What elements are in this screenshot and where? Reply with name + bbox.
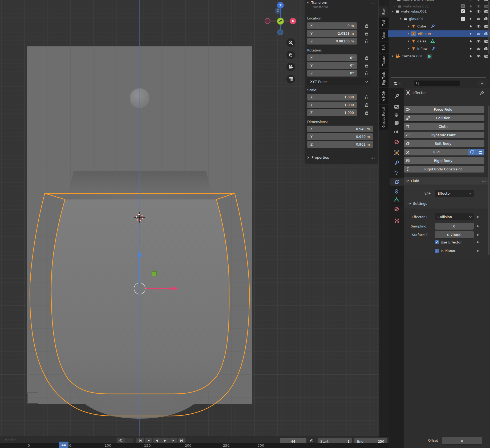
tab-a-mdh[interactable]: A-MDH — [379, 88, 388, 104]
rigid-body-button[interactable]: Rigid Body — [404, 157, 484, 164]
collection-checkbox[interactable]: ✓ — [459, 9, 467, 13]
jump-to-end-button[interactable] — [178, 438, 185, 443]
location-x-field[interactable]: X0 m — [307, 22, 357, 29]
tab-physics[interactable] — [390, 178, 404, 186]
lock-icon[interactable] — [362, 70, 370, 77]
rotation-z-field[interactable]: Z0° — [307, 70, 357, 77]
location-y-field[interactable]: Y-2.0838 m — [307, 30, 357, 37]
rotation-mode-dropdown[interactable]: XYZ Euler — [307, 78, 370, 85]
camera-view-button[interactable] — [286, 63, 295, 71]
tab-edit[interactable]: Edit — [379, 42, 388, 53]
eye-icon[interactable] — [475, 32, 482, 36]
panel-grip-icon[interactable]: ∷∷ — [482, 179, 485, 183]
use-effector-checkbox[interactable]: ✓ — [435, 240, 439, 244]
tab-constraints[interactable] — [391, 188, 402, 195]
tab-rig-tools[interactable]: Rig Tools — [379, 69, 388, 87]
selectable-toggle[interactable] — [467, 10, 475, 13]
tab-modifiers[interactable] — [391, 159, 402, 166]
axis-x-ball[interactable]: X — [290, 18, 296, 24]
is-planar-row[interactable]: ✓ Is Planar — [435, 249, 456, 253]
lock-icon[interactable] — [362, 38, 370, 45]
axis-neg-z-ball[interactable] — [277, 29, 283, 35]
lock-icon[interactable] — [362, 30, 370, 37]
tab-item[interactable]: Item — [379, 6, 388, 17]
axis-z-ball[interactable]: Z — [277, 2, 284, 9]
outliner-row-effecter[interactable]: effecter — [389, 30, 490, 37]
selectable-toggle[interactable] — [467, 47, 475, 51]
animate-dot[interactable] — [477, 250, 479, 252]
editor-divider-vertical[interactable] — [389, 0, 389, 448]
outliner-row-water-glas-collection[interactable]: water-glas.001 ✓ — [389, 8, 490, 15]
editor-type-button[interactable] — [391, 80, 403, 87]
fluid-render-toggle[interactable] — [476, 149, 484, 155]
tab-object[interactable] — [391, 149, 402, 156]
selectable-toggle[interactable] — [467, 39, 475, 43]
is-planar-checkbox[interactable]: ✓ — [435, 249, 439, 253]
lock-icon[interactable] — [362, 94, 370, 101]
eye-icon[interactable] — [475, 39, 482, 43]
tab-output[interactable] — [391, 111, 402, 119]
outliner-row-cube[interactable]: Cube — [389, 23, 490, 30]
timeline-ruler[interactable]: 0 0 100 150 200 250 300 — [0, 443, 389, 448]
eye-icon[interactable] — [475, 47, 482, 51]
fluid-button[interactable]: Fluid — [404, 149, 484, 155]
axis-neg-y-ball[interactable]: -Y — [277, 18, 284, 25]
lock-icon[interactable] — [362, 109, 370, 116]
lock-icon[interactable] — [362, 22, 370, 29]
scale-x-field[interactable]: X1.000 — [307, 94, 357, 101]
properties-subpanel-header[interactable]: Properties — [307, 155, 329, 159]
tab-view-layer[interactable] — [391, 119, 402, 127]
gizmo-y-handle[interactable] — [152, 271, 156, 276]
sync-button[interactable] — [117, 438, 125, 443]
tab-view[interactable]: View — [379, 29, 388, 41]
fluid-viewport-toggle[interactable] — [468, 149, 476, 155]
dimensions-y-field[interactable]: Y0.949 m — [307, 133, 373, 140]
keying-set-button[interactable] — [125, 438, 133, 443]
dimensions-z-field[interactable]: Z0.962 m — [307, 141, 373, 148]
surface-thickness-field[interactable]: 0.70000 — [435, 231, 474, 238]
disclosure-triangle[interactable] — [407, 33, 410, 35]
force-field-button[interactable]: Force Field — [404, 106, 484, 113]
tab-particles[interactable] — [391, 169, 402, 177]
cloth-button[interactable]: Cloth — [404, 123, 484, 130]
location-z-field[interactable]: Z0.98136 m — [307, 38, 357, 45]
lock-icon[interactable] — [362, 102, 370, 108]
eye-icon[interactable] — [475, 9, 482, 14]
selectable-toggle[interactable] — [467, 54, 475, 58]
axis-neg-x-ball[interactable] — [265, 18, 270, 24]
tab-grease-pencil[interactable]: Grease Pencil — [379, 105, 388, 130]
rigid-body-constraint-button[interactable]: Rigid Body Constraint — [404, 166, 484, 173]
animate-dot[interactable] — [477, 225, 479, 227]
dynamic-paint-button[interactable]: Dynamic Paint — [404, 132, 484, 138]
zoom-button[interactable] — [286, 38, 295, 47]
fluid-type-dropdown[interactable]: Effector — [435, 190, 474, 197]
collection-checkbox[interactable]: ✓ — [459, 17, 467, 21]
current-frame-badge[interactable]: 44 — [59, 442, 68, 448]
fluid-panel-header[interactable]: Fluid ∷∷ — [404, 177, 488, 185]
animate-dot[interactable] — [477, 216, 479, 218]
lock-icon[interactable] — [362, 62, 370, 69]
disclosure-triangle[interactable] — [391, 10, 394, 13]
collision-button[interactable]: Collision — [404, 115, 484, 121]
rotation-y-field[interactable]: Y0° — [307, 62, 357, 69]
tab-texture[interactable] — [391, 217, 402, 224]
start-frame-field[interactable]: Start 1 — [318, 438, 352, 443]
panel-grip-icon[interactable]: ∷∷ — [371, 1, 374, 5]
glass-rim[interactable] — [68, 171, 212, 193]
offset-field[interactable]: 0 — [442, 437, 482, 444]
tab-tool[interactable]: Tool — [379, 18, 388, 28]
outliner-row-galss[interactable]: galss — [389, 38, 490, 45]
animate-dot[interactable] — [477, 241, 479, 243]
tab-render[interactable] — [391, 103, 402, 110]
sampling-field[interactable]: 0 — [435, 223, 474, 230]
tab-object-data[interactable] — [391, 196, 402, 203]
eye-icon[interactable] — [475, 17, 482, 21]
timeline-menu-marker[interactable]: Marker — [5, 438, 16, 442]
pin-icon[interactable] — [480, 91, 484, 95]
scale-y-field[interactable]: Y1.000 — [307, 102, 357, 108]
tab-tissue[interactable]: Tissue — [379, 54, 388, 68]
transform-panel-header[interactable]: Transform — [307, 1, 329, 5]
disclosure-triangle[interactable] — [407, 40, 410, 42]
breadcrumb-object-name[interactable]: effecter — [412, 91, 426, 95]
tab-material[interactable] — [391, 205, 402, 213]
